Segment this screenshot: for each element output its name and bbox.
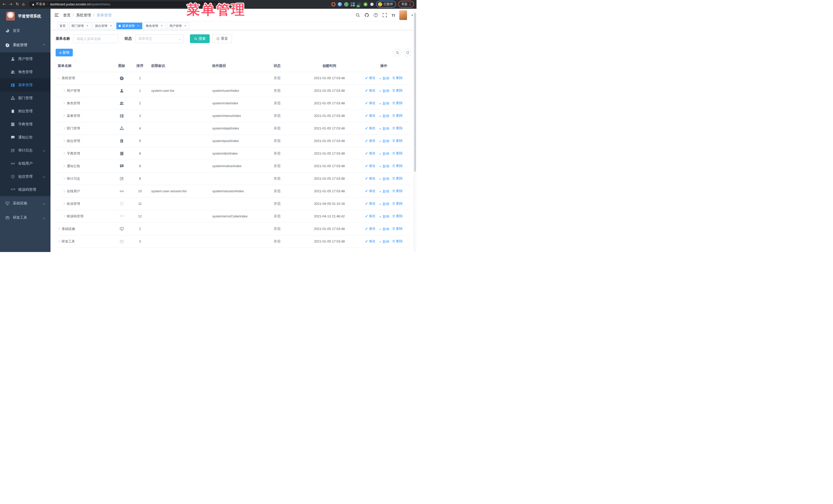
hamburger-icon[interactable]: [54, 13, 59, 18]
add-link[interactable]: +新增: [379, 177, 389, 181]
delete-link[interactable]: 删除: [392, 101, 403, 105]
delete-link[interactable]: 删除: [392, 214, 403, 218]
extension-dark-icon[interactable]: on: [357, 2, 361, 6]
expand-right-icon[interactable]: [57, 227, 60, 230]
close-icon[interactable]: ×: [160, 24, 164, 28]
edit-link[interactable]: 修改: [365, 189, 376, 193]
delete-link[interactable]: 删除: [392, 151, 403, 155]
extensions-puzzle-icon[interactable]: [370, 2, 374, 6]
caret-down-icon[interactable]: ▾: [411, 14, 413, 17]
delete-link[interactable]: 删除: [392, 176, 403, 181]
sidebar-item-错误码管理[interactable]: </>错误码管理: [0, 183, 50, 196]
menu-name-input[interactable]: [73, 34, 118, 43]
close-icon[interactable]: ×: [184, 24, 187, 28]
sidebar-item-在线用户[interactable]: 在线用户: [0, 157, 50, 170]
extension-orange-icon[interactable]: [331, 2, 335, 6]
add-link[interactable]: +新增: [379, 101, 389, 106]
extension-green-check-icon[interactable]: ✓: [344, 2, 348, 6]
reset-button[interactable]: 重置: [212, 34, 232, 43]
close-icon[interactable]: ×: [136, 24, 140, 28]
sidebar-item-审计日志[interactable]: 审计日志: [0, 144, 50, 157]
sidebar-item-基础设施[interactable]: 基础设施: [0, 196, 50, 211]
expand-right-icon[interactable]: [63, 102, 65, 104]
tag-角色管理[interactable]: 角色管理×: [144, 23, 166, 29]
github-icon[interactable]: [364, 13, 369, 18]
forward-icon[interactable]: →: [9, 2, 13, 6]
edit-link[interactable]: 修改: [365, 214, 376, 218]
expand-right-icon[interactable]: [63, 202, 65, 205]
add-link[interactable]: +新增: [379, 227, 389, 232]
edit-link[interactable]: 修改: [365, 151, 376, 155]
refresh-table-button[interactable]: [404, 49, 411, 56]
extension-key-icon[interactable]: [363, 2, 367, 6]
back-icon[interactable]: ←: [3, 2, 6, 6]
expand-right-icon[interactable]: [63, 127, 65, 129]
sidebar-item-部门管理[interactable]: 部门管理: [0, 92, 50, 104]
delete-link[interactable]: 删除: [392, 76, 403, 80]
expand-right-icon[interactable]: [63, 90, 65, 92]
kebab-menu-icon[interactable]: [410, 4, 410, 5]
sidebar-item-字典管理[interactable]: 字典管理: [0, 118, 50, 131]
sidebar-item-菜单管理[interactable]: 菜单管理: [0, 78, 50, 92]
edit-link[interactable]: 修改: [365, 164, 376, 168]
edit-link[interactable]: 修改: [365, 176, 376, 181]
sidebar-item-通知公告[interactable]: 通知公告: [0, 131, 50, 144]
expand-right-icon[interactable]: [63, 190, 65, 192]
edit-link[interactable]: 修改: [365, 113, 376, 118]
expand-down-icon[interactable]: [57, 77, 60, 79]
sidebar-item-岗位管理[interactable]: 岗位管理: [0, 104, 50, 118]
edit-link[interactable]: 修改: [365, 201, 376, 206]
sidebar-item-研发工具[interactable]: 研发工具: [0, 211, 50, 225]
delete-link[interactable]: 删除: [392, 139, 403, 143]
expand-right-icon[interactable]: [63, 165, 65, 167]
extension-blue-icon[interactable]: [338, 2, 342, 6]
address-bar[interactable]: ▲ 不安全 dashboard.yudao.iocoder.cn /system…: [29, 1, 219, 7]
expand-right-icon[interactable]: [63, 215, 65, 217]
help-question-icon[interactable]: [374, 13, 378, 18]
bookmark-star-icon[interactable]: ☆: [213, 2, 216, 6]
add-link[interactable]: +新增: [379, 114, 389, 118]
sidebar-item-用户管理[interactable]: 用户管理: [0, 52, 50, 65]
edit-link[interactable]: 修改: [365, 139, 376, 143]
edit-link[interactable]: 修改: [365, 88, 376, 93]
sidebar-item-短信管理[interactable]: 短信管理: [0, 170, 50, 183]
browser-update-chip[interactable]: 更新: [398, 1, 414, 8]
reload-icon[interactable]: ↻: [16, 2, 19, 6]
add-link[interactable]: +新增: [379, 189, 389, 194]
scrollbar-thumb[interactable]: [414, 13, 416, 172]
tag-部门管理[interactable]: 部门管理×: [69, 23, 92, 29]
close-icon[interactable]: ×: [109, 24, 113, 28]
status-select[interactable]: 菜单状态: [135, 34, 184, 43]
delete-link[interactable]: 删除: [392, 239, 403, 243]
close-icon[interactable]: ×: [86, 24, 89, 28]
tag-岗位管理[interactable]: 岗位管理×: [93, 23, 115, 29]
edit-link[interactable]: 修改: [365, 126, 376, 130]
expand-right-icon[interactable]: [63, 140, 65, 142]
add-link[interactable]: +新增: [379, 202, 389, 207]
edit-link[interactable]: 修改: [365, 101, 376, 105]
edit-link[interactable]: 修改: [365, 226, 376, 231]
user-avatar[interactable]: [399, 10, 407, 20]
expand-right-icon[interactable]: [63, 177, 65, 180]
add-link[interactable]: +新增: [379, 164, 389, 169]
profile-paused-chip[interactable]: 已暂停: [376, 1, 396, 8]
delete-link[interactable]: 删除: [392, 126, 403, 130]
add-link[interactable]: +新增: [379, 151, 389, 156]
sidebar-item-首页[interactable]: 首页: [0, 24, 50, 38]
add-link[interactable]: +新增: [379, 126, 389, 131]
home-icon[interactable]: ⌂: [22, 2, 25, 6]
sidebar-item-角色管理[interactable]: 角色管理: [0, 65, 50, 78]
tag-用户管理[interactable]: 用户管理×: [167, 23, 189, 29]
delete-link[interactable]: 删除: [392, 164, 403, 168]
add-button[interactable]: + 新增: [56, 49, 73, 56]
add-link[interactable]: +新增: [379, 89, 389, 93]
sidebar-item-系统管理[interactable]: 系统管理: [0, 38, 50, 52]
edit-link[interactable]: 修改: [365, 76, 376, 80]
tag-菜单管理[interactable]: 菜单管理×: [116, 23, 142, 29]
toggle-search-button[interactable]: [394, 49, 401, 56]
expand-right-icon[interactable]: [63, 115, 65, 117]
add-link[interactable]: +新增: [379, 214, 389, 219]
extension-squares-icon[interactable]: [351, 2, 355, 6]
breadcrumb-item-系统管理[interactable]: 系统管理: [76, 13, 91, 18]
search-icon[interactable]: [356, 13, 360, 18]
